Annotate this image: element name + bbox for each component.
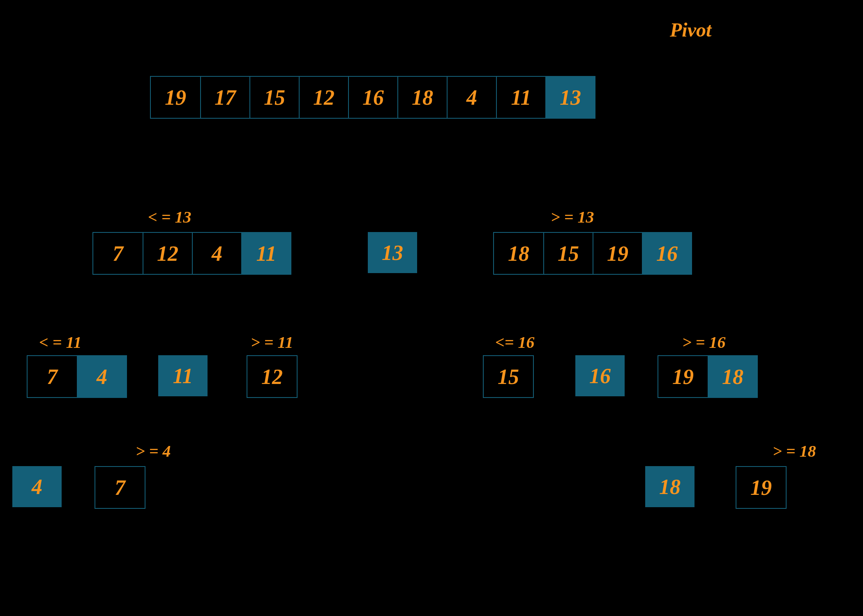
array-cell-pivot: 11 bbox=[241, 233, 291, 274]
array-cell: 18 bbox=[397, 77, 447, 118]
array-cell: 12 bbox=[247, 356, 297, 397]
array-cell: 17 bbox=[200, 77, 249, 118]
level2-lr-array: 12 bbox=[247, 355, 298, 398]
array-cell: 19 bbox=[658, 356, 708, 397]
array-cell: 12 bbox=[299, 77, 348, 118]
level2-right-pivot-cell: 16 bbox=[575, 355, 625, 396]
level1-left-array: 7 12 4 11 bbox=[92, 232, 291, 275]
level3-r-array: 19 bbox=[736, 466, 787, 509]
array-cell-pivot: 4 bbox=[77, 356, 126, 397]
partition-label-ll: < = 11 bbox=[39, 333, 81, 352]
partition-label-lr: > = 11 bbox=[251, 333, 293, 352]
array-cell: 4 bbox=[447, 77, 496, 118]
level2-rr-array: 19 18 bbox=[658, 355, 758, 398]
array-cell: 15 bbox=[249, 77, 299, 118]
level0-array: 19 17 15 12 16 18 4 11 13 bbox=[150, 76, 595, 119]
level2-rl-array: 15 bbox=[483, 355, 534, 398]
level3-left-pivot-cell: 4 bbox=[12, 466, 62, 507]
array-cell: 19 bbox=[736, 467, 786, 508]
level3-l-array: 7 bbox=[95, 466, 145, 509]
partition-label-right: > = 13 bbox=[551, 207, 594, 227]
array-cell: 19 bbox=[151, 77, 200, 118]
array-cell: 12 bbox=[143, 233, 192, 274]
array-cell-pivot: 13 bbox=[545, 77, 595, 118]
level1-right-array: 18 15 19 16 bbox=[493, 232, 692, 275]
array-cell-pivot: 18 bbox=[708, 356, 757, 397]
array-cell-pivot: 16 bbox=[642, 233, 691, 274]
array-cell: 7 bbox=[28, 356, 77, 397]
array-cell: 15 bbox=[484, 356, 533, 397]
pivot-title: Pivot bbox=[670, 18, 711, 41]
level2-left-pivot-cell: 11 bbox=[158, 355, 208, 396]
array-cell: 4 bbox=[192, 233, 241, 274]
partition-label-left: < = 13 bbox=[148, 207, 192, 227]
partition-label-l3l: > = 4 bbox=[136, 441, 171, 461]
array-cell: 15 bbox=[543, 233, 593, 274]
array-cell: 7 bbox=[95, 467, 145, 508]
array-cell: 19 bbox=[593, 233, 642, 274]
partition-label-rr: > = 16 bbox=[682, 333, 726, 352]
partition-label-rl: <= 16 bbox=[495, 333, 535, 352]
level3-right-pivot-cell: 18 bbox=[645, 466, 695, 507]
level1-pivot-cell: 13 bbox=[368, 232, 417, 273]
partition-label-l3r: > = 18 bbox=[773, 441, 816, 461]
array-cell: 18 bbox=[494, 233, 543, 274]
array-cell: 7 bbox=[93, 233, 143, 274]
array-cell: 16 bbox=[348, 77, 397, 118]
array-cell: 11 bbox=[496, 77, 545, 118]
level2-ll-array: 7 4 bbox=[27, 355, 127, 398]
